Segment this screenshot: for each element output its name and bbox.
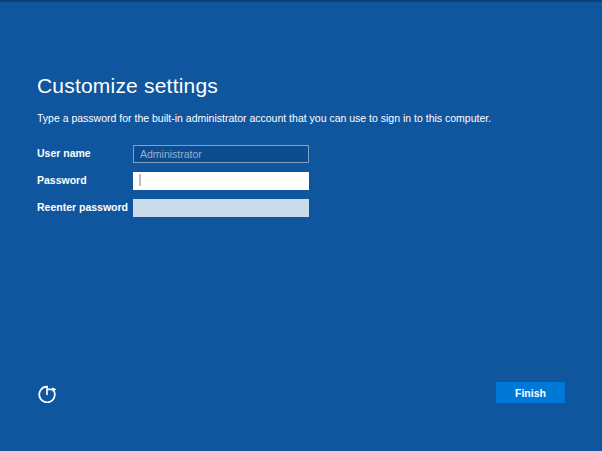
password-row: Password xyxy=(0,171,602,189)
text-cursor xyxy=(139,174,141,186)
username-label: User name xyxy=(37,144,91,162)
ease-of-access-icon xyxy=(36,383,58,405)
top-edge-shade xyxy=(0,0,602,2)
reenter-password-field-box xyxy=(133,198,309,216)
oobe-customize-settings-screen: { "page": { "title": "Customize settings… xyxy=(0,0,602,451)
page-subtitle: Type a password for the built-in adminis… xyxy=(37,112,491,124)
username-input[interactable] xyxy=(133,145,309,163)
reenter-password-label: Reenter password xyxy=(37,198,128,216)
password-field-box xyxy=(133,171,309,189)
reenter-password-row: Reenter password xyxy=(0,198,602,216)
ease-of-access-button[interactable] xyxy=(33,380,60,407)
password-input[interactable] xyxy=(133,172,309,190)
username-field-box xyxy=(133,144,309,162)
page-title: Customize settings xyxy=(37,74,218,98)
finish-button[interactable]: Finish xyxy=(496,382,565,403)
password-label: Password xyxy=(37,171,87,189)
username-row: User name xyxy=(0,144,602,162)
reenter-password-input[interactable] xyxy=(133,199,309,217)
